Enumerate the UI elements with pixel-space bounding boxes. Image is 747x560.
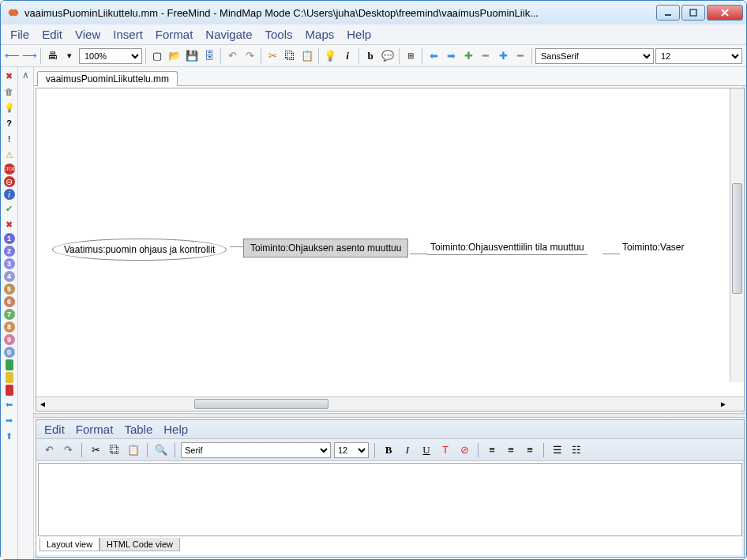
menu-insert[interactable]: Insert bbox=[108, 26, 148, 43]
traffic-green-icon[interactable] bbox=[6, 359, 13, 370]
forward-icon[interactable]: ⟶ bbox=[21, 48, 37, 64]
save-all-icon[interactable]: 🗄 bbox=[201, 48, 217, 64]
editor-align-left-icon[interactable]: ≡ bbox=[484, 442, 500, 458]
plus-green-icon[interactable]: ✚ bbox=[460, 48, 476, 64]
editor-paste-icon[interactable]: 📋 bbox=[126, 442, 141, 458]
scroll-left-icon[interactable]: ◄ bbox=[36, 397, 49, 410]
back-icon[interactable]: ⟵ bbox=[4, 48, 20, 64]
not-ok-icon[interactable]: ✖ bbox=[2, 217, 17, 231]
no-entry-icon[interactable]: ⊖ bbox=[4, 176, 15, 187]
italic-i-icon[interactable]: i bbox=[340, 48, 355, 64]
arrow-fwd-blue-icon[interactable]: ➡ bbox=[2, 413, 17, 427]
editor-bold-icon[interactable]: B bbox=[381, 442, 396, 458]
open-icon[interactable]: 📂 bbox=[167, 48, 182, 64]
filter-icon[interactable]: ▾ bbox=[62, 48, 77, 64]
traffic-yellow-icon[interactable] bbox=[6, 372, 13, 383]
editor-menu-table[interactable]: Table bbox=[119, 421, 157, 438]
minimize-button[interactable] bbox=[656, 5, 680, 21]
node-2[interactable]: Toiminto:Ohjausventtiilin tila muuttuu bbox=[427, 240, 587, 255]
ok-icon[interactable]: ✔ bbox=[2, 201, 17, 216]
editor-body[interactable] bbox=[38, 463, 742, 536]
priority-3-icon[interactable]: 3 bbox=[4, 258, 15, 269]
new-icon[interactable]: ▢ bbox=[149, 48, 165, 64]
priority-2-icon[interactable]: 2 bbox=[4, 246, 15, 257]
idea-icon[interactable]: 💡 bbox=[2, 100, 17, 115]
menu-edit[interactable]: Edit bbox=[37, 26, 67, 43]
editor-italic-icon[interactable]: I bbox=[400, 442, 415, 458]
menu-help[interactable]: Help bbox=[342, 26, 376, 43]
menu-maps[interactable]: Maps bbox=[301, 26, 340, 43]
traffic-red-icon[interactable] bbox=[6, 385, 13, 396]
priority-8-icon[interactable]: 8 bbox=[4, 321, 15, 333]
menu-view[interactable]: View bbox=[70, 26, 105, 43]
scrollbar-vertical[interactable] bbox=[730, 88, 744, 382]
redo-icon[interactable]: ↷ bbox=[242, 48, 257, 64]
editor-align-right-icon[interactable]: ≡ bbox=[522, 442, 538, 458]
font-size-select[interactable]: 12 bbox=[655, 48, 742, 64]
cut-icon[interactable]: ✂ bbox=[265, 48, 280, 64]
editor-redo-icon[interactable]: ↷ bbox=[60, 442, 76, 458]
editor-clear-icon[interactable]: ⊘ bbox=[456, 442, 472, 458]
trash-icon[interactable]: 🗑 bbox=[2, 85, 17, 99]
menu-navigate[interactable]: Navigate bbox=[201, 26, 257, 43]
copy-icon[interactable]: ⿻ bbox=[282, 48, 298, 64]
arrow-up-icon[interactable]: ⬆ bbox=[2, 429, 17, 443]
paste-icon[interactable]: 📋 bbox=[299, 48, 315, 64]
menu-tools[interactable]: Tools bbox=[261, 26, 298, 43]
maximize-button[interactable] bbox=[681, 5, 705, 21]
close-button[interactable] bbox=[707, 5, 743, 21]
editor-list-number-icon[interactable]: ☷ bbox=[569, 442, 584, 458]
node-root[interactable]: Vaatimus:puomin ohjaus ja kontrollit bbox=[52, 239, 227, 261]
minus2-icon[interactable]: ━ bbox=[512, 48, 528, 64]
save-icon[interactable]: 💾 bbox=[184, 48, 200, 64]
splitter[interactable] bbox=[34, 413, 746, 418]
editor-menu-edit[interactable]: Edit bbox=[39, 421, 69, 438]
stop-icon[interactable]: STOP bbox=[4, 163, 15, 175]
priority-5-icon[interactable]: 5 bbox=[4, 284, 15, 295]
font-family-select[interactable]: SansSerif bbox=[535, 48, 654, 64]
remove-last-icon[interactable]: ✖ bbox=[2, 69, 17, 83]
scroll-right-icon[interactable]: ► bbox=[717, 397, 730, 410]
zoom-select[interactable]: 100% bbox=[79, 48, 142, 64]
editor-underline-icon[interactable]: U bbox=[419, 442, 434, 458]
undo-icon[interactable]: ↶ bbox=[224, 48, 240, 64]
collapse-icon[interactable]: ∧ bbox=[20, 69, 32, 81]
document-tab[interactable]: vaaimusPuominLiikuttelu.mm bbox=[37, 71, 178, 86]
priority-7-icon[interactable]: 7 bbox=[4, 309, 15, 320]
scroll-thumb-v[interactable] bbox=[732, 183, 742, 294]
priority-6-icon[interactable]: 6 bbox=[4, 296, 15, 307]
plus-blue-icon[interactable]: ✚ bbox=[495, 48, 511, 64]
tab-html-code-view[interactable]: HTML Code view bbox=[99, 538, 180, 551]
menu-format[interactable]: Format bbox=[151, 26, 198, 43]
question-icon[interactable]: ? bbox=[2, 116, 17, 130]
editor-list-bullet-icon[interactable]: ☰ bbox=[550, 442, 565, 458]
print-icon[interactable]: 🖶 bbox=[44, 48, 60, 64]
node-3[interactable]: Toiminto:Vaser bbox=[619, 240, 687, 254]
editor-undo-icon[interactable]: ↶ bbox=[41, 442, 57, 458]
mindmap-canvas[interactable]: Vaatimus:puomin ohjaus ja kontrollit Toi… bbox=[36, 88, 744, 397]
tab-layout-view[interactable]: Layout view bbox=[39, 538, 99, 551]
arrow-back-blue-icon[interactable]: ⬅ bbox=[2, 397, 17, 412]
editor-font-size-select[interactable]: 12 bbox=[334, 442, 369, 458]
editor-align-center-icon[interactable]: ≡ bbox=[503, 442, 519, 458]
editor-menu-help[interactable]: Help bbox=[159, 421, 193, 438]
editor-font-family-select[interactable]: Serif bbox=[181, 442, 331, 458]
minus-icon[interactable]: ━ bbox=[478, 48, 494, 64]
editor-cut-icon[interactable]: ✂ bbox=[88, 442, 103, 458]
priority-9-icon[interactable]: 9 bbox=[4, 334, 15, 345]
note-icon[interactable]: 💬 bbox=[380, 48, 396, 64]
editor-fontcolor-icon[interactable]: T bbox=[437, 442, 453, 458]
idea-icon[interactable]: 💡 bbox=[322, 48, 338, 64]
priority-1-icon[interactable]: 1 bbox=[4, 233, 15, 244]
arrow-right-icon[interactable]: ➡ bbox=[443, 48, 459, 64]
scroll-thumb-h[interactable] bbox=[194, 399, 328, 409]
scrollbar-horizontal[interactable]: ◄ ► bbox=[36, 397, 744, 411]
editor-menu-format[interactable]: Format bbox=[71, 421, 118, 438]
node-selected[interactable]: Toiminto:Ohjauksen asento muuttuu bbox=[243, 239, 408, 257]
exclaim-icon[interactable]: ! bbox=[2, 132, 17, 146]
editor-copy-icon[interactable]: ⿻ bbox=[107, 442, 122, 458]
editor-find-icon[interactable]: 🔍 bbox=[153, 442, 169, 458]
priority-0-icon[interactable]: 0 bbox=[4, 347, 15, 358]
attribute-icon[interactable]: ⊞ bbox=[403, 48, 419, 64]
warning-icon[interactable]: ⚠ bbox=[2, 148, 17, 162]
